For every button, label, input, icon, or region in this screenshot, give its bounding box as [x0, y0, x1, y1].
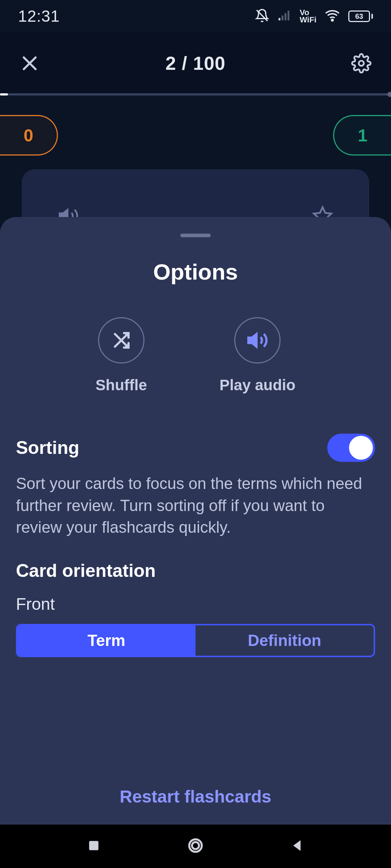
close-button[interactable] — [19, 52, 41, 74]
back-button[interactable] — [289, 838, 305, 855]
svg-rect-14 — [89, 841, 98, 850]
recents-button[interactable] — [86, 838, 102, 855]
sheet-title: Options — [16, 259, 375, 285]
vowifi-label: Vo WiFi — [300, 9, 316, 24]
signal-icon — [277, 8, 292, 24]
wifi-icon — [324, 8, 340, 25]
score-right-value: 1 — [358, 125, 367, 145]
options-sheet: Options Shuffle Play audio Sorting Sort … — [0, 217, 391, 825]
orientation-segmented: Term Definition — [16, 624, 375, 657]
progress-counter: 2 / 100 — [0, 52, 391, 74]
play-audio-label: Play audio — [219, 376, 295, 394]
sorting-description: Sort your cards to focus on the terms wh… — [16, 473, 375, 539]
sorting-section: Sorting Sort your cards to focus on the … — [16, 434, 375, 539]
status-bar: 12:31 Vo WiFi 63 — [0, 0, 391, 33]
status-time: 12:31 — [18, 7, 60, 25]
shuffle-icon — [98, 317, 144, 363]
status-indicators: Vo WiFi 63 — [255, 8, 373, 25]
bell-off-icon — [255, 8, 269, 24]
svg-marker-13 — [248, 334, 257, 347]
segment-term[interactable]: Term — [17, 625, 196, 656]
svg-rect-4 — [287, 11, 289, 21]
svg-point-8 — [359, 61, 364, 66]
score-left-pill: 0 — [0, 115, 58, 156]
orientation-title: Card orientation — [16, 560, 375, 581]
app-bar: 2 / 100 — [0, 33, 391, 94]
sorting-title: Sorting — [16, 437, 79, 458]
svg-rect-1 — [278, 18, 280, 21]
play-audio-option[interactable]: Play audio — [219, 317, 295, 394]
option-row: Shuffle Play audio — [16, 317, 375, 394]
sheet-grab-handle[interactable] — [180, 234, 211, 237]
orientation-front-label: Front — [16, 594, 375, 614]
system-nav-bar — [0, 825, 391, 868]
shuffle-option[interactable]: Shuffle — [96, 317, 147, 394]
score-left-value: 0 — [24, 125, 33, 145]
svg-rect-3 — [285, 13, 286, 20]
settings-button[interactable] — [350, 52, 372, 74]
svg-rect-2 — [281, 16, 283, 20]
sorting-toggle[interactable] — [327, 434, 375, 462]
svg-marker-17 — [293, 840, 300, 851]
shuffle-label: Shuffle — [96, 376, 147, 394]
svg-point-5 — [332, 20, 333, 21]
segment-definition[interactable]: Definition — [196, 625, 374, 656]
svg-point-16 — [192, 842, 199, 849]
progress-bar — [0, 93, 391, 95]
battery-level: 63 — [348, 10, 370, 22]
restart-flashcards-button[interactable]: Restart flashcards — [16, 787, 375, 807]
score-right-pill: 1 — [333, 115, 391, 156]
orientation-section: Card orientation Front Term Definition — [16, 560, 375, 657]
home-button[interactable] — [186, 836, 205, 856]
battery-indicator: 63 — [348, 10, 373, 22]
play-audio-icon — [234, 317, 281, 363]
